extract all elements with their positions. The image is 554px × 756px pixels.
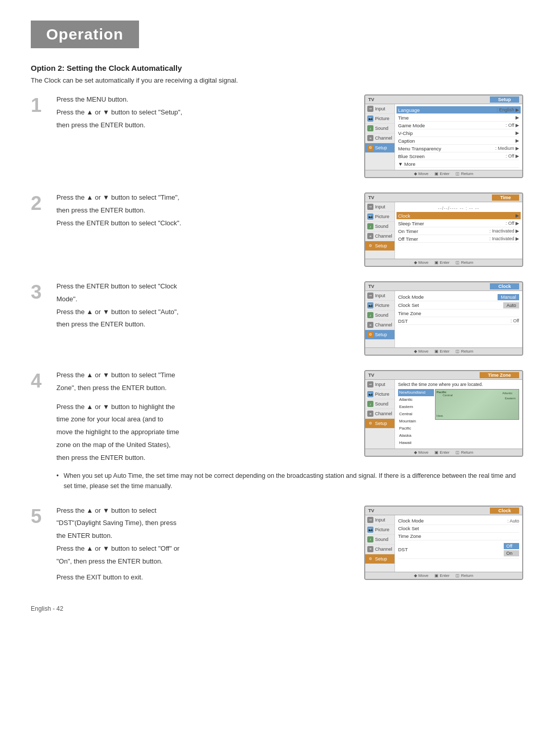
timezone-item[interactable]: Atlantic [398,396,434,403]
tv-menu-item: Menu Transparency : Medium ▶ [398,145,519,152]
step-row-5: 5 Press the ▲ or ▼ button to select"DST"… [31,506,523,585]
step-text: Press the MENU button.Press the ▲ or ▼ b… [56,94,354,132]
tv-menu-item: Language : English ▶ [397,106,521,114]
timezone-item[interactable]: Hawaii [398,439,434,447]
timezone-item[interactable]: Mountain [398,418,434,425]
tv-menu-item: Clock Mode : Auto [398,517,519,525]
bullet-note: When you set up Auto Time, the set time … [56,471,523,491]
step-extra-text: Press the ▲ or ▼ button to highlight the… [56,402,354,463]
footer-text: English - 42 [31,605,63,612]
tv-sidebar-item: ⚙ Setup [365,419,394,429]
tv-menu-title: Clock [490,283,519,289]
tv-bottom-bar: ◆ Move ▣ Enter ◫ Return [365,347,522,355]
timezone-item[interactable]: Newfoundland [398,389,434,396]
footer: English - 42 [31,605,523,612]
step-4: 4 Press the ▲ or ▼ button to select "Tim… [31,370,523,491]
tv-sidebar-item: ≡ Channel [365,231,394,241]
tv-menu-item: Clock Mode Manual [398,293,519,301]
timezone-item[interactable]: Pacific [398,425,434,432]
step-text: Press the ▲ or ▼ button to select"DST"(D… [56,506,354,567]
tv-sidebar-item: ⚙ Setup [365,241,394,251]
step-1: 1 Press the MENU button.Press the ▲ or ▼… [31,94,523,178]
tv-sidebar-item: ⇒ Input [365,380,394,390]
tv-main: Language : English ▶ Time ▶ Game Mode : … [395,104,522,170]
timezone-list: NewfoundlandAtlanticEasternCentralMounta… [398,389,434,447]
tv-screen-1: TV Setup ⇒ Input 📷 Picture ♪ Sound ≡ Cha… [364,94,523,178]
timezone-item[interactable]: Alaska [398,432,434,439]
tv-menu-item: On Timer : Inactivated ▶ [398,227,519,235]
tv-menu-item: Caption ▶ [398,137,519,145]
step-row-2: 2 Press the ▲ or ▼ button to select "Tim… [31,192,523,267]
step-number: 5 [31,507,46,526]
tv-menu-item: Off Timer : Inactivated ▶ [398,235,519,243]
tv-screen-2: TV Time ⇒ Input 📷 Picture ♪ Sound ≡ Chan… [364,192,523,267]
tv-sidebar-item: ♪ Sound [365,311,394,320]
tv-menu-title: Setup [490,96,519,103]
tv-menu-title: Time [492,195,519,201]
tv-label: TV [368,195,374,200]
timezone-item[interactable]: Central [398,411,434,418]
page-title: Operation [46,26,124,43]
tv-main: --/--/---- -- : -- -- Clock ▶ Sleep Time… [395,202,522,259]
step-content: Press the ▲ or ▼ button to select "TimeZ… [56,370,523,491]
step-number: 4 [31,371,46,391]
tv-sidebar-item: ≡ Channel [365,409,394,419]
step-content: Press the ENTER button to select "ClockM… [56,281,523,356]
tv-sidebar-item: ♪ Sound [365,535,394,545]
steps-container: 1 Press the MENU button.Press the ▲ or ▼… [31,94,523,585]
step-content: Press the ▲ or ▼ button to select "Time"… [56,192,523,267]
step-text: Press the ▲ or ▼ button to select "Time"… [56,192,354,230]
tv-menu-item: Time Zone [398,533,519,540]
tv-label: TV [368,373,374,378]
tv-menu-item: Clock ▶ [397,212,521,220]
timezone-item[interactable]: Eastern [398,403,434,411]
tv-sidebar-item: 📷 Picture [365,301,394,311]
intro-text: The Clock can be set automatically if yo… [31,76,523,84]
tv-sidebar-item: 📷 Picture [365,390,394,399]
step-text: Press the ▲ or ▼ button to select "TimeZ… [56,370,354,394]
tv-sidebar-item: 📷 Picture [365,525,394,535]
step-content: Press the ▲ or ▼ button to select"DST"(D… [56,506,523,585]
tv-menu-title: Time Zone [480,372,519,378]
tv-label: TV [368,284,374,289]
tv-bottom-bar: ◆ Move ▣ Enter ◫ Return [365,572,522,579]
step-row-1: 1 Press the MENU button.Press the ▲ or ▼… [31,94,523,178]
step-content: Press the MENU button.Press the ▲ or ▼ b… [56,94,523,178]
tv-bottom-bar: ◆ Move ▣ Enter ◫ Return [365,170,522,177]
tv-menu-item: Time Zone [398,309,519,317]
page-title-bar: Operation [31,21,139,48]
tv-sidebar: ⇒ Input 📷 Picture ♪ Sound ≡ Channel ⚙ Se… [365,291,395,347]
tv-sidebar-item: ⇒ Input [365,104,394,114]
step-3: 3 Press the ENTER button to select "Cloc… [31,281,523,356]
tv-sidebar: ⇒ Input 📷 Picture ♪ Sound ≡ Channel ⚙ Se… [365,515,395,572]
tv-main: Clock Mode Manual Clock Set Auto Time Zo… [395,291,522,347]
step-2: 2 Press the ▲ or ▼ button to select "Tim… [31,192,523,267]
tv-sidebar-item: ⇒ Input [365,515,394,525]
timezone-map: Pacific Central Atlantic Eastern Haw. [435,389,519,420]
tv-menu-item: Time ▶ [398,114,519,122]
tv-menu-item: Clock Set Auto [398,301,519,309]
step-row-4: 4 Press the ▲ or ▼ button to select "Tim… [31,370,523,491]
step-number: 2 [31,193,46,213]
tv-sidebar-item: ♪ Sound [365,399,394,409]
tv-main: Select the time zone where you are locat… [395,380,522,449]
tv-sidebar-item: ⇒ Input [365,202,394,212]
tv-sidebar-item: 📷 Picture [365,114,394,124]
tv-screen-5: TV Clock ⇒ Input 📷 Picture ♪ Sound ≡ Cha… [364,506,523,580]
tv-sidebar-item: ⚙ Setup [365,143,394,153]
tv-menu-item-dst: DST Off On [398,540,519,559]
tv-menu-item: Blue Screen : Off ▶ [398,152,519,160]
tv-sidebar-item: ♪ Sound [365,222,394,231]
tv-menu-item: Game Mode : Off ▶ [398,122,519,129]
tv-clock-header: --/--/---- -- : -- -- [398,204,519,212]
step-row-3: 3 Press the ENTER button to select "Cloc… [31,281,523,356]
tv-bottom-bar: ◆ Move ▣ Enter ◫ Return [365,259,522,266]
tv-menu-item: Sleep Timer : Off ▶ [398,220,519,227]
section-header: Option 2: Setting the Clock Automaticall… [31,64,523,84]
tv-sidebar-item: ⇒ Input [365,291,394,301]
tv-sidebar-item: ≡ Channel [365,133,394,143]
tv-menu-item: DST : Off [398,317,519,325]
tv-menu-item: ▼ More [398,160,519,168]
tv-sidebar: ⇒ Input 📷 Picture ♪ Sound ≡ Channel ⚙ Se… [365,202,395,259]
tv-label: TV [368,97,374,102]
